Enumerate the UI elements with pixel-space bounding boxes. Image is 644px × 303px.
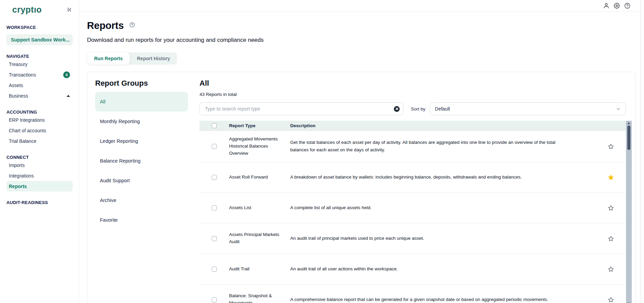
favorite-button[interactable] bbox=[608, 174, 614, 181]
connect-list: Imports Integrations Reports bbox=[6, 160, 73, 191]
question-circle-icon bbox=[129, 22, 135, 28]
row-checkbox[interactable] bbox=[212, 175, 217, 180]
sidebar-item[interactable]: Treasury bbox=[6, 59, 73, 69]
account-button[interactable] bbox=[603, 3, 609, 9]
report-description-cell: Get the total balances of each asset per… bbox=[290, 139, 595, 154]
sidebar-item[interactable]: Imports bbox=[6, 160, 73, 170]
workspace-selector[interactable]: Support Sandbox Work... bbox=[6, 34, 73, 45]
tab-label: Report History bbox=[137, 56, 170, 61]
table-row[interactable]: Asset Roll Forward A breakdown of asset … bbox=[199, 162, 626, 193]
sidebar-item-label: Transactions bbox=[9, 72, 36, 78]
gear-icon bbox=[614, 3, 620, 9]
sidebar-item-label: Treasury bbox=[9, 62, 28, 67]
sidebar-item-label: Integrations bbox=[9, 173, 34, 179]
sidebar-item[interactable]: ERP Integrations bbox=[6, 115, 73, 125]
sidebar-item[interactable]: Transactions 0 bbox=[6, 69, 73, 80]
collapse-sidebar-icon bbox=[67, 7, 73, 13]
clear-search-button[interactable] bbox=[394, 106, 400, 112]
report-description-cell: A complete list of all unique assets hel… bbox=[290, 204, 595, 212]
report-group-item[interactable]: Monthly Reporting bbox=[95, 112, 188, 131]
sidebar-item[interactable]: Reports bbox=[6, 181, 73, 191]
sidebar-item-label: Reports bbox=[9, 184, 27, 189]
sidebar-item-label: Imports bbox=[9, 163, 25, 168]
page-help-button[interactable] bbox=[129, 22, 135, 28]
topbar bbox=[79, 0, 644, 12]
select-all-checkbox[interactable] bbox=[212, 123, 217, 128]
title-row: Reports bbox=[87, 20, 644, 31]
sidebar-item[interactable]: Chart of accounts bbox=[6, 125, 73, 136]
reports-controls: Sort by Default bbox=[199, 102, 626, 115]
page-subtitle: Download and run reports for your accoun… bbox=[87, 37, 644, 44]
favorite-button[interactable] bbox=[608, 297, 614, 303]
table-row[interactable]: Assets Principal Markets Audit An audit … bbox=[199, 223, 626, 254]
report-group-label: Audit Support bbox=[100, 178, 130, 183]
column-header-description: Description bbox=[290, 123, 595, 128]
tab[interactable]: Report History bbox=[130, 52, 177, 65]
chevron-up-icon bbox=[67, 95, 70, 97]
favorite-button[interactable] bbox=[608, 266, 614, 272]
sort-select[interactable]: Default bbox=[430, 102, 626, 115]
report-group-label: Favorite bbox=[100, 217, 118, 223]
report-description-cell: A comprehensive balance report that can … bbox=[290, 296, 595, 303]
table-row[interactable]: Assets List A complete list of all uniqu… bbox=[199, 193, 626, 223]
star-icon bbox=[608, 235, 614, 242]
sidebar-item[interactable]: Business bbox=[6, 90, 73, 101]
report-group-item[interactable]: Ledger Reporting bbox=[95, 131, 188, 151]
sidebar-item-label: Chart of accounts bbox=[9, 128, 46, 133]
report-groups-title: Report Groups bbox=[95, 79, 199, 88]
star-icon bbox=[608, 266, 614, 272]
table-scrollbar[interactable] bbox=[626, 121, 632, 303]
report-group-item[interactable]: Balance Reporting bbox=[95, 151, 188, 171]
row-checkbox[interactable] bbox=[212, 236, 217, 241]
report-group-item[interactable]: Audit Support bbox=[95, 171, 188, 190]
report-type-cell: Assets Principal Markets Audit bbox=[229, 226, 290, 250]
cryptio-logo: cryptıo bbox=[12, 5, 42, 15]
close-icon bbox=[396, 107, 398, 110]
report-type-cell: Asset Roll Forward bbox=[229, 169, 290, 186]
reports-panel: All 43 Reports in total Sort by bbox=[199, 72, 636, 303]
report-description-cell: A breakdown of asset balance by wallets:… bbox=[290, 173, 595, 181]
report-group-item[interactable]: Favorite bbox=[95, 210, 188, 230]
sort-select-value: Default bbox=[435, 106, 450, 112]
settings-button[interactable] bbox=[614, 3, 620, 9]
row-checkbox[interactable] bbox=[212, 297, 217, 302]
workspace-section-label: WORKSPACE bbox=[6, 25, 79, 30]
report-groups-list: All Monthly Reporting Ledger Reporting bbox=[95, 92, 188, 230]
main-area: Reports Download and run reports for you… bbox=[79, 0, 644, 303]
collapse-sidebar-button[interactable] bbox=[67, 7, 73, 13]
reports-card: Report Groups All Monthly Reporting bbox=[87, 72, 636, 303]
scroll-up-arrow-icon[interactable] bbox=[627, 122, 630, 124]
page-scrollbar[interactable] bbox=[640, 0, 644, 303]
table-row[interactable]: Balance: Snapshot & Movements A comprehe… bbox=[199, 285, 626, 303]
table-header: Report Type Description bbox=[199, 121, 626, 131]
star-icon bbox=[608, 205, 614, 211]
navigate-section-label: NAVIGATE bbox=[6, 54, 79, 59]
report-group-item[interactable]: Archive bbox=[95, 190, 188, 210]
search-input[interactable] bbox=[204, 106, 394, 112]
sidebar-item[interactable]: Trial Balance bbox=[6, 136, 73, 146]
reports-heading: All bbox=[199, 79, 626, 88]
report-group-label: Ledger Reporting bbox=[100, 138, 138, 144]
table-row[interactable]: Aggregated Movements Historical Balances… bbox=[199, 131, 626, 162]
row-checkbox[interactable] bbox=[212, 144, 217, 149]
navigate-list: Treasury Transactions 0 Assets bbox=[6, 59, 73, 101]
report-type-cell: Aggregated Movements Historical Balances… bbox=[229, 131, 290, 162]
scrollbar-thumb[interactable] bbox=[627, 125, 630, 150]
sidebar-item[interactable]: Assets bbox=[6, 80, 73, 90]
favorite-button[interactable] bbox=[608, 235, 614, 242]
column-header-report-type: Report Type bbox=[229, 123, 290, 128]
favorite-button[interactable] bbox=[608, 205, 614, 211]
tab[interactable]: Run Reports bbox=[87, 52, 130, 65]
star-icon bbox=[608, 174, 614, 181]
table-row[interactable]: Audit Trail An audit trail of all user a… bbox=[199, 254, 626, 285]
report-group-label: Monthly Reporting bbox=[100, 119, 140, 124]
count-badge: 0 bbox=[63, 71, 70, 78]
row-checkbox[interactable] bbox=[212, 267, 217, 272]
user-icon bbox=[603, 3, 609, 9]
sidebar-item[interactable]: Integrations bbox=[6, 170, 73, 181]
help-button[interactable] bbox=[624, 3, 630, 9]
row-checkbox[interactable] bbox=[212, 205, 217, 211]
favorite-button[interactable] bbox=[608, 143, 614, 150]
workspace-name: Support Sandbox Work... bbox=[11, 37, 70, 43]
report-group-item[interactable]: All bbox=[95, 92, 188, 112]
